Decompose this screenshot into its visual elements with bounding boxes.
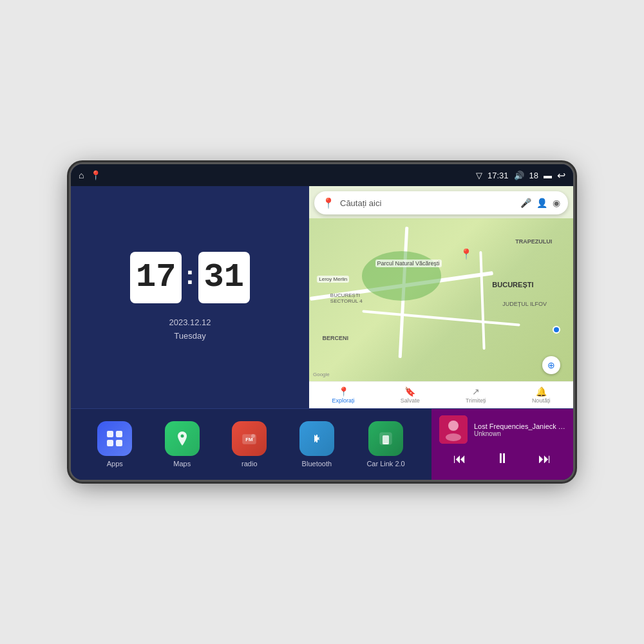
map-label-leroy: Leroy Merlin	[317, 276, 349, 283]
svg-point-12	[448, 421, 459, 431]
svg-point-13	[446, 433, 461, 441]
music-next-button[interactable]: ⏭	[538, 451, 551, 466]
battery-level: 18	[529, 171, 538, 180]
map-label-berceni: BERCENI	[323, 335, 349, 341]
map-background: 📍 Căutați aici 🎤 👤 ◉	[309, 186, 573, 408]
svg-point-4	[180, 435, 184, 438]
music-art	[439, 415, 468, 444]
map-nav-explore[interactable]: 📍 Explorați	[332, 386, 355, 404]
layers-icon[interactable]: ◉	[553, 198, 560, 208]
svg-rect-9	[383, 435, 389, 444]
map-pin-icon: 📍	[322, 197, 335, 209]
map-search-actions: 🎤 👤 ◉	[520, 198, 560, 208]
google-logo: Google	[313, 372, 330, 377]
music-artist: Unknown	[474, 430, 565, 437]
explore-icon: 📍	[338, 386, 349, 397]
svg-rect-10	[384, 443, 388, 444]
svg-rect-1	[116, 431, 122, 437]
map-compass[interactable]: ⊕	[542, 356, 560, 374]
app-item-carlink[interactable]: Car Link 2.0	[366, 421, 404, 468]
park-area	[362, 251, 441, 301]
map-label-bucuresti: BUCUREȘTI	[492, 281, 533, 289]
map-label-trapezului: TRAPEZULUI	[515, 238, 552, 245]
maps-icon	[165, 421, 200, 456]
map-label-vacaresti: Parcul Natural Văcărești	[375, 260, 442, 267]
svg-rect-3	[116, 440, 122, 446]
app-item-radio[interactable]: FM radio	[232, 421, 267, 468]
apps-panel: Apps Maps	[71, 409, 431, 480]
radio-icon: FM	[232, 421, 267, 456]
map-nav-news[interactable]: 🔔 Noutăți	[532, 386, 551, 404]
music-panel: Lost Frequencies_Janieck Devy-... Unknow…	[431, 409, 573, 480]
svg-rect-2	[107, 440, 113, 446]
clock-display: 17 : 31	[130, 252, 249, 303]
clock-hours: 17	[130, 252, 182, 303]
device-frame: ⌂ 📍 ▽ 17:31 🔊 18 ▬ ↩ 17 :	[71, 164, 573, 480]
app-item-maps[interactable]: Maps	[165, 421, 200, 468]
map-canvas: TRAPEZULUI BUCUREȘTI JUDEȚUL ILFOV BERCE…	[309, 218, 573, 383]
mic-icon[interactable]: 🎤	[520, 198, 531, 208]
svg-point-7	[251, 434, 255, 438]
map-location-pin: 📍	[460, 248, 473, 260]
bluetooth-label: Bluetooth	[302, 460, 332, 468]
status-left-icons: ⌂ 📍	[79, 170, 101, 180]
music-controls: ⏮ ⏸ ⏭	[439, 450, 565, 467]
status-bar: ⌂ 📍 ▽ 17:31 🔊 18 ▬ ↩	[71, 164, 573, 186]
clock-date: 2023.12.12 Tuesday	[169, 316, 211, 343]
send-label: Trimiteți	[466, 397, 486, 404]
app-item-bluetooth[interactable]: Bluetooth	[299, 421, 334, 468]
screen: ⌂ 📍 ▽ 17:31 🔊 18 ▬ ↩ 17 :	[71, 164, 573, 480]
app-item-apps[interactable]: Apps	[97, 421, 132, 468]
map-search-bar[interactable]: 📍 Căutați aici 🎤 👤 ◉	[314, 191, 568, 214]
news-icon: 🔔	[536, 386, 547, 397]
music-prev-button[interactable]: ⏮	[453, 451, 466, 466]
svg-rect-0	[107, 431, 113, 437]
maps-status-icon[interactable]: 📍	[90, 170, 101, 180]
status-right-info: ▽ 17:31 🔊 18 ▬ ↩	[476, 169, 565, 182]
main-content: 17 : 31 2023.12.12 Tuesday 📍	[71, 186, 573, 480]
clock-colon: :	[185, 261, 194, 290]
news-label: Noutăți	[532, 397, 551, 404]
map-nav-saved[interactable]: 🔖 Salvate	[401, 386, 420, 404]
top-section: 17 : 31 2023.12.12 Tuesday 📍	[71, 186, 573, 409]
map-blue-dot	[553, 326, 560, 334]
battery-icon: ▬	[544, 171, 552, 180]
map-label-sector4: BUCUREȘTISECTORUL 4	[330, 292, 363, 304]
map-nav-send[interactable]: ↗ Trimiteți	[466, 386, 486, 404]
map-search-text[interactable]: Căutați aici	[340, 198, 515, 208]
music-top: Lost Frequencies_Janieck Devy-... Unknow…	[439, 415, 565, 444]
signal-icon: ▽	[476, 171, 482, 180]
clock-minutes: 31	[198, 252, 250, 303]
apps-icon	[97, 421, 132, 456]
account-icon[interactable]: 👤	[536, 198, 547, 208]
map-bottom-nav: 📍 Explorați 🔖 Salvate ↗ Trimiteți	[309, 381, 573, 408]
maps-label: Maps	[173, 460, 191, 468]
home-icon[interactable]: ⌂	[79, 170, 84, 180]
saved-label: Salvate	[401, 397, 420, 404]
back-icon[interactable]: ↩	[557, 169, 565, 182]
music-title: Lost Frequencies_Janieck Devy-...	[474, 422, 565, 430]
saved-icon: 🔖	[404, 386, 415, 397]
music-play-button[interactable]: ⏸	[495, 450, 509, 467]
bluetooth-icon	[299, 421, 334, 456]
status-time: 17:31	[488, 171, 509, 180]
send-icon: ↗	[472, 386, 480, 397]
carlink-icon	[368, 421, 403, 456]
music-info: Lost Frequencies_Janieck Devy-... Unknow…	[474, 422, 565, 437]
clock-panel: 17 : 31 2023.12.12 Tuesday	[71, 186, 309, 408]
map-panel[interactable]: 📍 Căutați aici 🎤 👤 ◉	[309, 186, 573, 408]
map-label-ilfov: JUDEȚUL ILFOV	[502, 301, 547, 307]
bottom-section: Apps Maps	[71, 409, 573, 480]
volume-icon: 🔊	[514, 171, 524, 180]
apps-label: Apps	[107, 460, 123, 468]
explore-label: Explorați	[332, 397, 355, 404]
carlink-label: Car Link 2.0	[366, 460, 404, 468]
radio-label: radio	[242, 460, 257, 468]
